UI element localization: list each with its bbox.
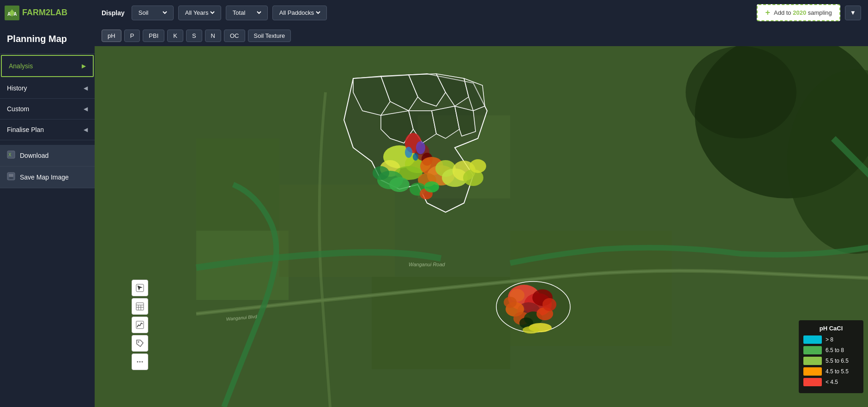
page-title: Planning Map — [0, 25, 95, 54]
svg-point-11 — [686, 46, 796, 138]
soil-texture-button[interactable]: Soil Texture — [248, 30, 291, 42]
header: APA FARM2LAB — [0, 0, 95, 25]
years-select[interactable]: All Years 2020 2019 2018 — [183, 9, 216, 17]
legend-item-gt8: > 8 — [803, 335, 859, 344]
history-arrow-icon: ◀ — [84, 85, 88, 91]
select-tool-button[interactable] — [132, 280, 148, 296]
total-dropdown[interactable]: Total Average — [226, 6, 268, 20]
add-sampling-dropdown-arrow[interactable]: ▼ — [845, 6, 861, 20]
tag-tool-button[interactable] — [132, 335, 148, 352]
top-toolbar: Display Soil Nutrition Yield All Years 2… — [95, 0, 868, 25]
legend-item-55to65: 5.5 to 6.5 — [803, 357, 859, 365]
svg-rect-14 — [279, 185, 395, 277]
k-button[interactable]: K — [167, 30, 183, 42]
map-svg: Wanganui Road Wanganui Blvd — [95, 46, 868, 407]
paddocks-select[interactable]: All Paddocks Paddock 1 Paddock 2 — [277, 9, 322, 17]
svg-rect-70 — [136, 303, 144, 310]
years-dropdown[interactable]: All Years 2020 2019 2018 — [178, 6, 221, 20]
svg-point-62 — [542, 298, 556, 311]
sub-toolbar: pH P PBI K S N OC Soil Texture — [95, 25, 868, 46]
map-tools — [132, 280, 148, 370]
svg-point-36 — [413, 153, 418, 161]
sidebar-item-history[interactable]: History ◀ — [0, 78, 95, 99]
sidebar-item-custom-label: Custom — [7, 105, 29, 113]
svg-text:X: X — [8, 152, 12, 157]
logo-text: FARM2LAB — [22, 8, 67, 18]
map-area[interactable]: Wanganui Road Wanganui Blvd — [95, 46, 868, 407]
legend: pH CaCl > 8 6.5 to 8 5.5 to 6.5 4.5 to 5… — [799, 320, 863, 393]
custom-arrow-icon: ◀ — [84, 106, 88, 112]
sidebar: Planning Map Analysis ▶ History ◀ Custom… — [0, 25, 95, 407]
legend-color-45to55 — [803, 367, 822, 376]
add-sampling-button[interactable]: + Add to 2020 sampling — [757, 4, 840, 21]
sidebar-item-custom[interactable]: Custom ◀ — [0, 99, 95, 120]
legend-label-65to8: 6.5 to 8 — [826, 347, 844, 353]
total-select[interactable]: Total Average — [231, 9, 263, 17]
soil-dropdown[interactable]: Soil Nutrition Yield — [132, 6, 174, 20]
legend-color-55to65 — [803, 357, 822, 365]
save-map-button[interactable]: Save Map Image — [0, 167, 95, 188]
legend-color-65to8 — [803, 346, 822, 354]
svg-point-77 — [137, 361, 139, 363]
svg-point-66 — [523, 326, 539, 334]
finalise-arrow-icon: ◀ — [84, 126, 88, 133]
legend-label-55to65: 5.5 to 6.5 — [826, 358, 849, 364]
ph-button[interactable]: pH — [102, 30, 121, 42]
svg-rect-6 — [9, 174, 13, 177]
svg-text:Wanganui Road: Wanganui Road — [409, 262, 446, 267]
svg-point-48 — [389, 177, 410, 192]
legend-label-lt45: < 4.5 — [826, 379, 838, 385]
svg-point-47 — [373, 166, 389, 180]
logo-area: APA FARM2LAB — [5, 6, 67, 20]
chart-tool-button[interactable] — [132, 317, 148, 333]
save-map-label: Save Map Image — [20, 174, 69, 181]
p-button[interactable]: P — [124, 30, 140, 42]
download-icon: X — [7, 150, 15, 161]
download-label: Download — [20, 152, 48, 159]
plus-icon: + — [765, 8, 770, 18]
svg-point-79 — [142, 361, 143, 363]
svg-rect-7 — [9, 177, 13, 179]
sidebar-item-finalise-label: Finalise Plan — [7, 126, 44, 133]
map-canvas: Wanganui Road Wanganui Blvd — [95, 46, 868, 407]
legend-item-45to55: 4.5 to 5.5 — [803, 367, 859, 376]
legend-color-gt8 — [803, 335, 822, 344]
legend-item-lt45: < 4.5 — [803, 378, 859, 386]
more-tool-button[interactable] — [132, 353, 148, 370]
svg-point-76 — [138, 341, 139, 343]
legend-title: pH CaCl — [803, 325, 859, 332]
s-button[interactable]: S — [186, 30, 202, 42]
svg-point-35 — [405, 147, 412, 158]
legend-item-65to8: 6.5 to 8 — [803, 346, 859, 354]
sidebar-item-analysis-label: Analysis — [9, 62, 33, 70]
svg-rect-15 — [372, 277, 510, 369]
display-label: Display — [102, 9, 125, 17]
save-icon — [7, 172, 15, 182]
svg-point-44 — [470, 159, 486, 173]
download-button[interactable]: X Download — [0, 145, 95, 167]
legend-label-45to55: 4.5 to 5.5 — [826, 368, 849, 375]
soil-select[interactable]: Soil Nutrition Yield — [137, 9, 169, 17]
n-button[interactable]: N — [205, 30, 221, 42]
add-sampling-label: Add to 2020 sampling — [774, 9, 832, 16]
svg-point-64 — [504, 297, 517, 308]
svg-point-45 — [416, 141, 425, 154]
table-tool-button[interactable] — [132, 298, 148, 315]
legend-label-gt8: > 8 — [826, 336, 833, 343]
pbi-button[interactable]: PBI — [143, 30, 164, 42]
svg-point-51 — [424, 181, 439, 192]
legend-color-lt45 — [803, 378, 822, 386]
sidebar-item-finalise-plan[interactable]: Finalise Plan ◀ — [0, 120, 95, 140]
sidebar-item-history-label: History — [7, 84, 27, 92]
paddocks-dropdown[interactable]: All Paddocks Paddock 1 Paddock 2 — [272, 6, 327, 20]
analysis-arrow-icon: ▶ — [82, 63, 86, 69]
svg-point-78 — [139, 361, 141, 363]
sidebar-item-analysis[interactable]: Analysis ▶ — [1, 55, 94, 77]
logo-icon: APA — [5, 6, 19, 20]
svg-rect-75 — [136, 321, 144, 329]
oc-button[interactable]: OC — [224, 30, 245, 42]
